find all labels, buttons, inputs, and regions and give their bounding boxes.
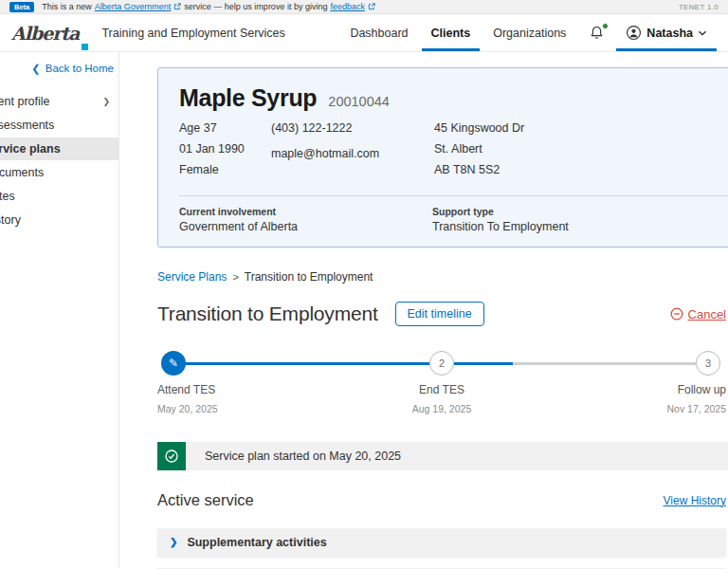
beta-badge: Beta: [9, 2, 34, 12]
client-contact: (403) 122-1222 maple@hotmail.com: [271, 120, 434, 183]
beta-banner-text: This is a new Alberta Government service…: [42, 2, 375, 11]
involvement-value: Government of Alberta: [179, 220, 432, 233]
main-nav: Dashboard Clients Organizations Natasha: [338, 14, 717, 51]
step-2-label: End TES: [412, 383, 471, 396]
alberta-government-link[interactable]: Alberta Government: [95, 2, 172, 11]
address-line-1: 45 Kingswood Dr: [434, 120, 728, 137]
status-icon-block: [157, 442, 186, 470]
client-id: 20010044: [328, 94, 390, 109]
accordion-supplementary-activities[interactable]: ❯ Supplementary activities: [157, 528, 726, 556]
sidebar-item-client-profile[interactable]: Client profile ❯: [0, 90, 119, 113]
client-age: Age 37: [179, 120, 271, 137]
user-avatar-icon: [626, 25, 642, 41]
view-history-link[interactable]: View History: [664, 494, 726, 507]
pencil-icon: ✎: [169, 357, 178, 370]
client-phone: (403) 122-1222: [271, 120, 434, 137]
client-name: Maple Syrup: [179, 84, 317, 112]
timeline-step-2-labels: End TES Aug 19, 2025: [412, 383, 471, 414]
back-to-home-link[interactable]: ❮ Back to Home: [0, 63, 118, 75]
client-demographics: Age 37 01 Jan 1990 Female: [179, 120, 271, 183]
sidebar-item-history[interactable]: History: [0, 209, 119, 231]
timeline-step-1-node[interactable]: ✎: [161, 351, 186, 376]
breadcrumb: Service Plans > Transition to Employment: [157, 270, 726, 284]
feedback-link[interactable]: feedback: [330, 2, 365, 11]
involvement-label: Current involvement: [179, 206, 432, 217]
alberta-logo-text: Alberta: [11, 23, 79, 44]
active-service-heading: Active service: [157, 491, 254, 509]
page-title: Transition to Employment: [157, 303, 378, 325]
step-2-date: Aug 19, 2025: [412, 403, 471, 414]
sidebar: ❮ Back to Home Client profile ❯ Assessme…: [0, 52, 119, 568]
sidebar-item-assessments[interactable]: Assessments: [0, 114, 119, 137]
breadcrumb-current: Transition to Employment: [245, 270, 373, 284]
step-3-label: Follow up: [667, 383, 726, 396]
service-plan-timeline: ✎ 2 3 Attend TES May 20, 2025 End TES Au…: [157, 351, 726, 419]
edit-timeline-button[interactable]: Edit timeline: [395, 302, 484, 326]
step-1-date: May 20, 2025: [157, 403, 218, 414]
external-link-icon: [173, 3, 181, 10]
timeline-step-1-labels: Attend TES May 20, 2025: [157, 383, 218, 414]
step-1-label: Attend TES: [157, 383, 218, 396]
status-banner: Service plan started on May 20, 2025: [157, 442, 728, 470]
alberta-logo-square: [82, 44, 88, 50]
timeline-step-2-node[interactable]: 2: [429, 351, 454, 376]
notification-dot: [602, 23, 609, 29]
address-line-2: St. Albert: [434, 141, 728, 157]
status-message: Service plan started on May 20, 2025: [186, 442, 728, 470]
app-title: Training and Employment Services: [101, 27, 284, 40]
banner-text-prefix: This is a new: [42, 2, 92, 11]
plan-title-row: Transition to Employment Edit timeline C…: [157, 302, 726, 326]
support-type: Support type Transition To Employment: [432, 206, 728, 233]
active-service-row: Active service View History: [157, 491, 726, 509]
timeline-step-3-labels: Follow up Nov 17, 2025: [667, 383, 726, 414]
address-line-3: AB T8N 5S2: [434, 162, 728, 178]
beta-banner: Beta This is a new Alberta Government se…: [0, 0, 728, 14]
external-link-icon: [368, 3, 375, 10]
step-3-date: Nov 17, 2025: [667, 403, 726, 414]
chevron-left-icon: ❮: [31, 63, 40, 74]
client-gender: Female: [179, 162, 271, 178]
banner-text-middle: service — help us improve it by giving: [184, 2, 327, 11]
timeline-segment-remaining: [513, 362, 696, 365]
user-menu[interactable]: Natasha: [616, 14, 717, 51]
chevron-right-icon: ❯: [170, 537, 177, 547]
alberta-logo[interactable]: Alberta: [11, 14, 88, 51]
notifications-button[interactable]: [577, 14, 616, 51]
nav-item-clients[interactable]: Clients: [420, 14, 482, 51]
breadcrumb-separator: >: [232, 271, 238, 283]
support-type-label: Support type: [432, 206, 728, 217]
client-email: maple@hotmail.com: [271, 146, 434, 162]
main-content: Maple Syrup 20010044 Age 37 01 Jan 1990 …: [157, 52, 726, 568]
circle-check-icon: [164, 449, 179, 464]
chevron-right-icon: ❯: [102, 97, 110, 106]
sidebar-item-notes[interactable]: Notes: [0, 185, 119, 208]
version-label: TENET 1.0: [679, 3, 719, 11]
client-address: 45 Kingswood Dr St. Albert AB T8N 5S2: [434, 120, 728, 183]
current-involvement: Current involvement Government of Albert…: [179, 206, 432, 233]
cancel-button[interactable]: Cancel: [670, 307, 726, 321]
breadcrumb-service-plans-link[interactable]: Service Plans: [157, 270, 227, 284]
minus-circle-icon: [670, 307, 683, 321]
timeline-segment-complete: [184, 362, 429, 365]
app-header: Alberta Training and Employment Services…: [0, 14, 728, 52]
client-birth-date: 01 Jan 1990: [179, 141, 271, 157]
card-divider: [179, 195, 728, 196]
chevron-down-icon: [698, 29, 707, 37]
user-name: Natasha: [646, 27, 693, 40]
nav-item-dashboard[interactable]: Dashboard: [338, 14, 419, 51]
timeline-segment-progress: [454, 362, 513, 365]
nav-item-organizations[interactable]: Organizations: [482, 14, 577, 51]
timeline-step-3-node[interactable]: 3: [696, 351, 720, 376]
cancel-label: Cancel: [688, 307, 726, 321]
support-type-value: Transition To Employment: [432, 220, 728, 233]
accordion-label: Supplementary activities: [187, 536, 326, 549]
app-window: Beta This is a new Alberta Government se…: [0, 0, 728, 569]
sidebar-item-service-plans[interactable]: Service plans: [0, 138, 119, 160]
sidebar-item-documents[interactable]: Documents: [0, 161, 119, 184]
client-card: Maple Syrup 20010044 Age 37 01 Jan 1990 …: [157, 67, 728, 248]
